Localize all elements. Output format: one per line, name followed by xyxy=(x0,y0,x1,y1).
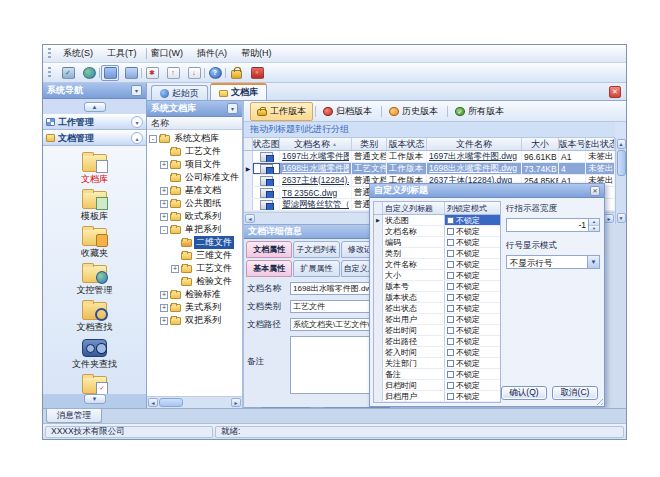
tree-expander-icon[interactable] xyxy=(171,265,179,273)
tree-node[interactable]: 单把系列 xyxy=(147,223,242,236)
column-header[interactable]: 签出状态 xyxy=(586,138,615,150)
column-list-row[interactable]: 类别 不锁定 xyxy=(374,248,500,259)
column-list-row[interactable]: 签出状态 不锁定 xyxy=(374,303,500,314)
indicator-width-input[interactable] xyxy=(507,219,588,231)
detail-tab[interactable]: 子文档列表 xyxy=(293,241,339,258)
sidebar-item[interactable]: 文档库 xyxy=(48,151,142,188)
tree-node[interactable]: 检验标准 xyxy=(147,288,242,301)
tree-node[interactable]: 双把系列 xyxy=(147,314,242,327)
toolbar-button[interactable] xyxy=(206,65,224,81)
column-header[interactable]: 版本状态 xyxy=(387,138,427,150)
pin-icon[interactable]: ▾ xyxy=(131,85,142,96)
lock-checkbox[interactable] xyxy=(447,327,454,334)
message-manager-tab[interactable]: 消息管理 xyxy=(46,409,102,423)
cancel-button[interactable]: 取消(C) xyxy=(552,386,598,400)
spin-down-icon[interactable]: ▼ xyxy=(589,226,599,232)
tree-node[interactable]: 项目文件 xyxy=(147,158,242,171)
lock-column-header[interactable]: 列锁定模式 xyxy=(445,202,500,214)
document-tab[interactable]: 起始页 xyxy=(151,85,208,100)
tree-node[interactable]: 工艺文件 xyxy=(147,262,242,275)
version-filter-button[interactable]: 工作版本 xyxy=(250,102,313,121)
scroll-down-button[interactable]: ▼ xyxy=(84,394,106,404)
chevron-icon[interactable] xyxy=(131,132,143,144)
column-list-row[interactable]: 关注部门 不锁定 xyxy=(374,358,500,369)
tree-node[interactable]: 工艺文件 xyxy=(147,145,242,158)
lock-checkbox[interactable] xyxy=(447,393,454,400)
toolbar-button[interactable] xyxy=(80,65,98,81)
column-header[interactable]: 文件名称 xyxy=(427,138,522,150)
tree-expander-icon[interactable] xyxy=(160,161,168,169)
table-vertical-scrollbar[interactable]: ▲ ▼ xyxy=(615,138,626,224)
table-row[interactable]: 1697出水嘴零件图.dwg 普通文档 工作版本 1697出水嘴零件图.dwg … xyxy=(244,151,615,163)
lock-checkbox[interactable] xyxy=(447,338,454,345)
scroll-left-icon[interactable]: ◄ xyxy=(148,398,158,407)
dialog-close-icon[interactable]: ✕ xyxy=(590,186,600,196)
scroll-up-icon[interactable]: ▲ xyxy=(617,139,626,149)
update-button[interactable]: 更新 xyxy=(260,407,312,408)
sidebar-panel-header[interactable]: 工作管理 xyxy=(43,114,146,130)
column-list-row[interactable]: 签出时间 不锁定 xyxy=(374,325,500,336)
toolbar-button[interactable] xyxy=(164,65,182,81)
lock-checkbox[interactable] xyxy=(447,349,454,356)
sidebar-item[interactable]: 签出的文档 xyxy=(48,373,142,394)
menu-item[interactable]: 窗口(W) xyxy=(144,45,191,62)
column-list-row[interactable]: 备注 不锁定 xyxy=(374,369,500,380)
scroll-left-icon[interactable]: ◄ xyxy=(245,214,255,223)
column-header[interactable]: 文档名称▲ xyxy=(280,138,352,150)
version-filter-button[interactable]: 归档版本 xyxy=(316,102,379,121)
lock-checkbox[interactable] xyxy=(447,360,454,367)
detail-tab[interactable]: 文档属性 xyxy=(246,241,292,258)
toolbar-button[interactable] xyxy=(101,65,119,81)
version-filter-button[interactable]: 所有版本 xyxy=(448,102,511,121)
detail-subtab[interactable]: 扩展属性 xyxy=(293,260,339,277)
lock-checkbox[interactable] xyxy=(447,261,454,268)
column-header[interactable]: 状态图 xyxy=(253,138,280,150)
toolbar-button[interactable] xyxy=(227,65,245,81)
tree-node[interactable]: 公司标准文件 xyxy=(147,171,242,184)
column-list-row[interactable]: 版本号 不锁定 xyxy=(374,281,500,292)
title-column-header[interactable]: 自定义列标题 xyxy=(383,202,445,214)
toolbar-button[interactable] xyxy=(143,65,161,81)
tree-expander-icon[interactable] xyxy=(160,213,168,221)
lock-checkbox[interactable] xyxy=(447,250,454,257)
tree-node[interactable]: 基准文档 xyxy=(147,184,242,197)
sidebar-item[interactable]: 模板库 xyxy=(48,188,142,225)
tree-expander-icon[interactable] xyxy=(149,135,157,143)
tree-node[interactable]: 系统文档库 xyxy=(147,132,242,145)
tree-horizontal-scrollbar[interactable]: ◄ ► xyxy=(147,396,242,408)
version-filter-button[interactable]: 历史版本 xyxy=(382,102,445,121)
chevron-icon[interactable] xyxy=(131,116,143,128)
close-tab-button[interactable]: ✕ xyxy=(609,86,621,98)
column-list-row[interactable]: 编码 不锁定 xyxy=(374,237,500,248)
tree-node[interactable]: 检验文件 xyxy=(147,275,242,288)
column-list-row[interactable]: 文档名称 不锁定 xyxy=(374,226,500,237)
lock-checkbox[interactable] xyxy=(447,239,454,246)
lock-checkbox[interactable] xyxy=(447,272,454,279)
sidebar-item[interactable]: 文件夹查找 xyxy=(48,336,142,373)
scroll-right-icon[interactable]: ► xyxy=(604,214,614,223)
column-header[interactable]: 大小 xyxy=(522,138,559,150)
lock-checkbox[interactable] xyxy=(447,316,454,323)
lock-checkbox[interactable] xyxy=(447,382,454,389)
tree-column-header[interactable]: 名称 xyxy=(147,117,242,130)
menu-item[interactable]: 插件(A) xyxy=(190,45,234,62)
toolbar-button[interactable] xyxy=(59,65,77,81)
column-list-row[interactable]: 版本状态 不锁定 xyxy=(374,292,500,303)
tree-expander-icon[interactable] xyxy=(160,291,168,299)
document-tab[interactable]: 文档库 xyxy=(210,83,267,100)
column-list-row[interactable]: 签出路径 不锁定 xyxy=(374,336,500,347)
menu-item[interactable]: 工具(T) xyxy=(100,45,144,62)
group-by-bar[interactable]: 拖动列标题到此进行分组 xyxy=(244,122,615,138)
column-list-row[interactable]: 签入时间 不锁定 xyxy=(374,347,500,358)
lock-checkbox[interactable] xyxy=(447,371,454,378)
column-list-row[interactable]: 大小 不锁定 xyxy=(374,270,500,281)
permission-button[interactable]: 权限 xyxy=(322,407,374,408)
tree-expander-icon[interactable] xyxy=(160,226,168,234)
column-header[interactable]: 版本号 xyxy=(559,138,586,150)
tree-node[interactable]: 美式系列 xyxy=(147,301,242,314)
lock-checkbox[interactable] xyxy=(447,228,454,235)
menu-item[interactable]: 帮助(H) xyxy=(234,45,279,62)
dropdown-arrow-icon[interactable]: ▼ xyxy=(587,256,599,268)
column-list-row[interactable]: 归档用户 不锁定 xyxy=(374,391,500,402)
confirm-button[interactable]: 确认(Q) xyxy=(501,386,547,400)
